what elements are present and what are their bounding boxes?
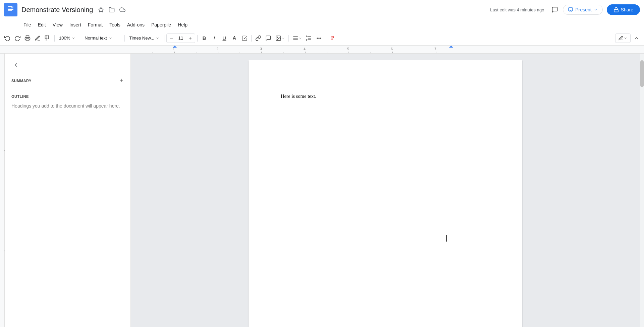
add-summary-button[interactable]: + [117, 76, 125, 85]
sep4 [164, 35, 164, 42]
svg-rect-2 [8, 9, 13, 10]
outline-hint: Headings you add to the document will ap… [11, 103, 125, 110]
italic-button[interactable]: I [210, 34, 219, 43]
sidebar-content: SUMMARY + OUTLINE Headings you add to th… [5, 59, 125, 110]
sep3 [124, 35, 125, 42]
sep8 [326, 35, 326, 42]
redo-button[interactable] [13, 34, 22, 43]
svg-point-22 [320, 38, 321, 38]
insert-image-button[interactable] [274, 34, 286, 43]
style-value: Normal text [85, 36, 107, 41]
comment-button[interactable] [549, 4, 560, 15]
menu-help[interactable]: Help [174, 21, 191, 29]
share-label: Share [621, 7, 633, 12]
sep6 [251, 35, 252, 42]
svg-point-20 [317, 38, 318, 38]
text-color-button[interactable]: A [230, 34, 239, 43]
more-options-button[interactable] [314, 34, 324, 43]
paint-format-button[interactable] [43, 34, 52, 43]
svg-rect-7 [26, 39, 29, 41]
link-button[interactable] [254, 34, 263, 43]
align-button[interactable] [291, 34, 304, 43]
underline-label: U [222, 35, 226, 41]
highlight-button[interactable] [240, 34, 249, 43]
line-spacing-button[interactable] [304, 34, 314, 43]
spellcheck-button[interactable] [33, 34, 42, 43]
font-size-increase-button[interactable] [185, 34, 195, 43]
paperpile-button[interactable]: P [328, 34, 337, 43]
menu-format[interactable]: Format [85, 21, 106, 29]
vertical-ruler-left: 1 2 3 [0, 54, 5, 327]
cloud-save-button[interactable] [117, 4, 128, 15]
font-selector[interactable]: Times New... [127, 35, 162, 42]
summary-header: SUMMARY + [11, 76, 125, 85]
menu-addons[interactable]: Add-ons [124, 21, 148, 29]
move-to-folder-button[interactable] [106, 4, 117, 15]
outline-title: OUTLINE [11, 94, 125, 99]
sep7 [288, 35, 289, 42]
svg-text:6: 6 [391, 47, 393, 51]
collapse-toolbar-button[interactable] [632, 34, 641, 43]
star-button[interactable] [96, 4, 106, 15]
svg-text:2: 2 [216, 47, 218, 51]
menu-file[interactable]: File [20, 21, 35, 29]
svg-text:2: 2 [3, 250, 5, 252]
menu-paperpile[interactable]: Paperpile [148, 21, 174, 29]
sep1 [54, 35, 55, 42]
document-page: Here is some text. [249, 60, 522, 327]
right-toolbar-area [615, 34, 641, 43]
menu-edit[interactable]: Edit [35, 21, 49, 29]
right-scrollbar[interactable] [640, 54, 644, 327]
top-bar: Demonstrate Versioning Last edit was 4 m… [0, 0, 644, 31]
svg-point-13 [277, 37, 278, 38]
font-size-decrease-button[interactable] [167, 34, 176, 43]
document-content[interactable]: Here is some text. [281, 92, 490, 327]
text-color-indicator [232, 41, 237, 41]
document-text: Here is some text. [281, 93, 316, 99]
svg-rect-3 [8, 10, 12, 11]
document-area[interactable]: Here is some text. | [131, 54, 640, 327]
italic-label: I [214, 35, 215, 41]
svg-marker-44 [173, 46, 177, 48]
svg-text:1: 1 [173, 47, 175, 51]
main-layout: 1 2 3 SUMMARY + OUTLINE Headings you add… [0, 54, 644, 327]
toolbar: 100% Normal text Times New... 11 [0, 31, 644, 46]
svg-marker-4 [99, 7, 104, 12]
undo-button[interactable] [3, 34, 12, 43]
print-button[interactable] [23, 34, 32, 43]
svg-text:1: 1 [3, 150, 5, 151]
font-size-display[interactable]: 11 [176, 36, 185, 41]
sep2 [80, 35, 80, 42]
text-color-label: A [233, 35, 236, 41]
doc-title: Demonstrate Versioning [21, 6, 93, 14]
summary-divider [11, 89, 125, 89]
edit-mode-button[interactable] [615, 34, 631, 43]
menu-bar: File Edit View Insert Format Tools Add-o… [0, 19, 644, 31]
insert-comment-button[interactable] [264, 34, 273, 43]
svg-text:5: 5 [347, 47, 349, 51]
ruler-content: 1 2 3 4 5 6 7 [131, 46, 644, 53]
underline-button[interactable]: U [220, 34, 229, 43]
share-button[interactable]: Share [607, 4, 640, 15]
bold-button[interactable]: B [200, 34, 209, 43]
present-button[interactable]: Present [563, 5, 602, 15]
zoom-value: 100% [59, 36, 70, 41]
present-label: Present [575, 7, 591, 12]
zoom-selector[interactable]: 100% [57, 35, 78, 42]
sidebar: 1 2 3 SUMMARY + OUTLINE Headings you add… [0, 54, 131, 327]
title-bar: Demonstrate Versioning Last edit was 4 m… [0, 0, 644, 19]
scrollbar-thumb[interactable] [640, 60, 644, 87]
svg-marker-45 [449, 46, 453, 48]
style-selector[interactable]: Normal text [82, 35, 122, 42]
svg-text:7: 7 [434, 47, 436, 51]
menu-insert[interactable]: Insert [66, 21, 85, 29]
last-edit-text: Last edit was 4 minutes ago [490, 7, 544, 12]
sidebar-back-button[interactable] [11, 59, 23, 71]
svg-point-21 [319, 38, 319, 38]
menu-tools[interactable]: Tools [106, 21, 124, 29]
svg-text:4: 4 [304, 47, 306, 51]
menu-view[interactable]: View [49, 21, 66, 29]
sep5 [197, 35, 198, 42]
bold-label: B [202, 35, 206, 41]
ruler: 1 2 3 4 5 6 7 [0, 46, 644, 54]
